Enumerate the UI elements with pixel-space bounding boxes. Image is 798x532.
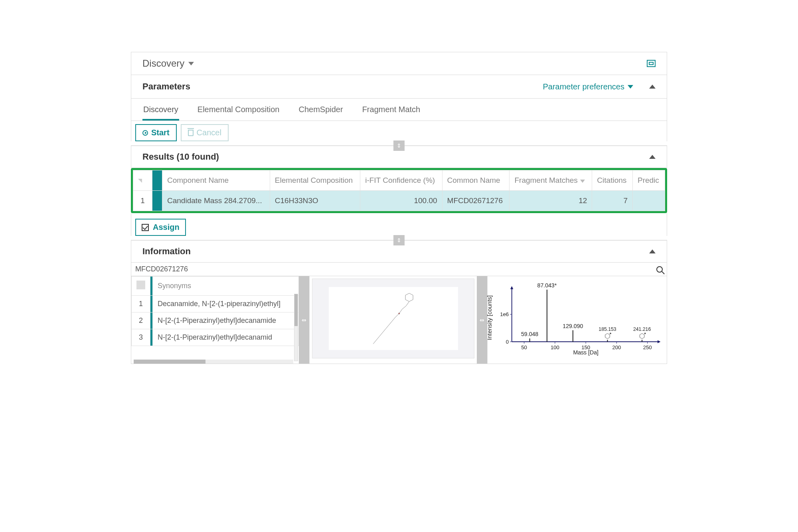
information-title: Information	[142, 246, 191, 257]
resize-handle-icon[interactable]: ⇕	[393, 140, 405, 151]
synonyms-table: Synonyms 1 Decanamide, N-[2-(1-piperazin…	[131, 276, 299, 346]
row-number: 2	[132, 312, 150, 329]
parameters-title: Parameters	[142, 81, 190, 92]
cancel-button-label: Cancel	[197, 128, 221, 137]
synonym-name: N-[2-(1-Piperazinyl)ethyl]decanamide	[153, 312, 299, 329]
tab-chemspider[interactable]: ChemSpider	[298, 99, 344, 121]
cancel-button[interactable]: Cancel	[181, 124, 229, 141]
col-predictions[interactable]: Predic	[632, 170, 665, 191]
svg-line-6	[392, 317, 395, 321]
svg-marker-16	[658, 340, 661, 343]
parameter-preferences-link[interactable]: Parameter preferences	[543, 82, 633, 91]
svg-text:1e6: 1e6	[500, 311, 509, 317]
search-icon[interactable]	[656, 266, 663, 273]
col-citations[interactable]: Citations	[592, 170, 633, 191]
col-fragment-matches[interactable]: Fragment Matches	[510, 170, 592, 191]
list-item[interactable]: 2 N-[2-(1-Piperazinyl)ethyl]decanamide	[132, 312, 299, 329]
svg-line-11	[376, 336, 379, 340]
svg-line-10	[379, 332, 383, 336]
synonym-name: Decanamide, N-[2-(1-piperazinyl)ethyl]	[153, 296, 299, 312]
svg-line-12	[373, 340, 376, 344]
svg-line-2	[402, 306, 406, 309]
cell-common-name: MFCD02671276	[442, 191, 510, 211]
row-number: 3	[132, 329, 150, 346]
svg-line-1	[406, 301, 409, 306]
molecular-structure-diagram[interactable]	[312, 279, 474, 358]
page-title-label: Discovery	[142, 58, 184, 69]
svg-text:200: 200	[612, 344, 621, 350]
svg-point-44	[644, 333, 646, 334]
sort-triangle-icon[interactable]	[138, 179, 142, 183]
information-id: MFCD02671276	[135, 265, 188, 273]
collapse-icon[interactable]	[649, 155, 656, 159]
cell-component-name: Candidate Mass 284.2709...	[162, 191, 270, 211]
svg-text:100: 100	[551, 344, 559, 350]
spectrum-chart-panel: Intensity [counts] 01e650100150200250Mas…	[487, 276, 667, 364]
col-elemental-composition[interactable]: Elemental Composition	[270, 170, 360, 191]
col-ifit-confidence[interactable]: i-FIT Confidence (%)	[360, 170, 442, 191]
synonyms-panel: Synonyms 1 Decanamide, N-[2-(1-piperazin…	[131, 276, 299, 364]
svg-point-40	[610, 333, 611, 334]
svg-text:0: 0	[506, 339, 509, 345]
svg-text:185.153: 185.153	[598, 326, 616, 332]
cell-predictions	[632, 191, 665, 211]
select-all-checkbox[interactable]	[136, 281, 145, 289]
svg-text:250: 250	[643, 344, 652, 350]
play-icon	[142, 130, 148, 136]
trash-icon	[188, 130, 194, 136]
cell-elemental: C16H33N3O	[270, 191, 360, 211]
resize-handle-icon[interactable]: ⇕	[393, 235, 405, 245]
parameter-preferences-label: Parameter preferences	[543, 82, 624, 91]
results-table-highlight: Component Name Elemental Composition i-F…	[131, 168, 667, 213]
svg-line-8	[385, 325, 389, 329]
tab-discovery[interactable]: Discovery	[142, 99, 179, 121]
table-row[interactable]: 1 Candidate Mass 284.2709... C16H33N3O 1…	[133, 191, 665, 211]
col-common-name[interactable]: Common Name	[442, 170, 510, 191]
svg-line-7	[389, 321, 392, 325]
assign-button-label: Assign	[153, 223, 180, 232]
sort-caret-icon	[580, 180, 585, 183]
svg-text:87.043*: 87.043*	[537, 282, 557, 289]
synonym-name: N-[2-(1-Piperazinyl)ethyl]decanamid	[153, 329, 299, 346]
tab-fragment-match[interactable]: Fragment Match	[361, 99, 421, 121]
collapse-icon[interactable]	[649, 249, 656, 253]
caret-down-icon	[188, 62, 194, 65]
svg-text:59.048: 59.048	[521, 331, 538, 337]
svg-marker-43	[640, 333, 644, 338]
collapse-icon[interactable]	[649, 85, 656, 89]
col-synonyms[interactable]: Synonyms	[153, 277, 299, 296]
svg-text:Mass [Da]: Mass [Da]	[573, 349, 598, 356]
list-item[interactable]: 3 N-[2-(1-Piperazinyl)ethyl]decanamid	[132, 329, 299, 346]
structure-panel	[309, 276, 477, 364]
assign-button[interactable]: Assign	[135, 219, 186, 236]
vertical-scrollbar[interactable]	[294, 294, 298, 361]
page-title-dropdown[interactable]: Discovery	[142, 58, 194, 69]
layout-toggle-icon[interactable]	[647, 60, 656, 67]
cell-citations: 7	[592, 191, 633, 211]
svg-text:241.216: 241.216	[633, 326, 651, 332]
cell-fragment-matches: 12	[510, 191, 592, 211]
svg-marker-39	[605, 333, 610, 338]
start-button-label: Start	[151, 128, 170, 137]
start-button[interactable]: Start	[135, 124, 177, 141]
svg-marker-0	[405, 293, 413, 302]
svg-text:50: 50	[521, 344, 527, 350]
mass-spectrum-chart[interactable]: Intensity [counts] 01e650100150200250Mas…	[491, 278, 664, 358]
parameter-tabs: Discovery Elemental Composition ChemSpid…	[131, 99, 667, 121]
row-number: 1	[132, 296, 150, 312]
col-component-name[interactable]: Component Name	[162, 170, 270, 191]
list-item[interactable]: 1 Decanamide, N-[2-(1-piperazinyl)ethyl]	[132, 296, 299, 312]
chart-ylabel: Intensity [counts]	[486, 295, 493, 340]
horizontal-scrollbar[interactable]	[134, 360, 293, 364]
svg-line-5	[395, 313, 399, 317]
row-number: 1	[133, 191, 152, 211]
results-table: Component Name Elemental Composition i-F…	[133, 170, 665, 211]
tab-elemental-composition[interactable]: Elemental Composition	[197, 99, 280, 121]
svg-line-9	[383, 328, 386, 332]
cell-ifit: 100.00	[360, 191, 442, 211]
column-splitter-icon[interactable]: ⇔	[299, 276, 309, 364]
caret-down-icon	[628, 85, 633, 89]
check-square-icon	[142, 224, 149, 231]
results-title: Results (10 found)	[142, 152, 219, 162]
svg-text:129.090: 129.090	[563, 323, 583, 329]
